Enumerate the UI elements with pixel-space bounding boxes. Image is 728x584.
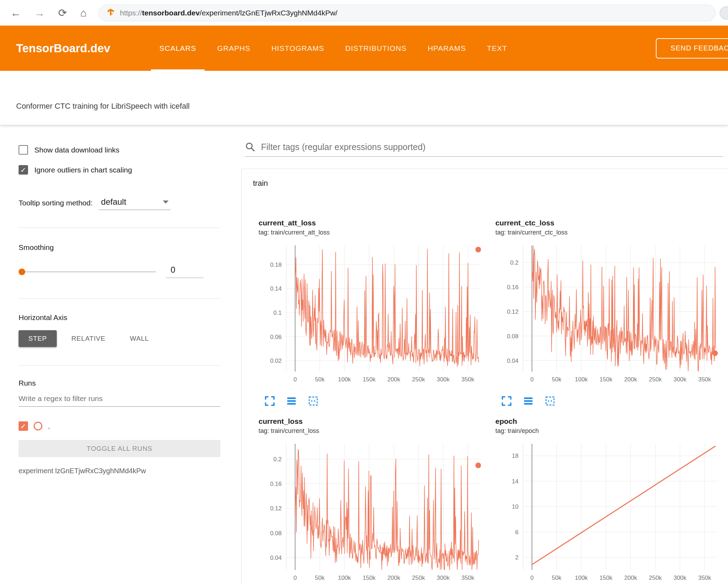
axis-step-button[interactable]: STEP [19, 330, 57, 347]
svg-text:100k: 100k [575, 376, 588, 383]
reload-icon[interactable]: ⟳ [58, 8, 67, 18]
svg-text:350k: 350k [461, 575, 474, 581]
svg-text:250k: 250k [649, 376, 662, 383]
svg-text:18: 18 [512, 453, 518, 459]
svg-text:0.08: 0.08 [507, 333, 518, 340]
address-bar[interactable]: https://tensorboard.dev/experiment/lzGnE… [98, 5, 716, 21]
svg-text:2: 2 [515, 554, 518, 561]
svg-text:100k: 100k [338, 575, 351, 581]
fullscreen-icon[interactable] [501, 395, 512, 407]
svg-text:0.06: 0.06 [270, 334, 282, 340]
avatar[interactable] [720, 6, 728, 20]
svg-text:150k: 150k [363, 376, 376, 383]
brand-logo: TensorBoard.dev [0, 26, 110, 71]
fullscreen-icon[interactable] [264, 395, 275, 407]
chart-canvas[interactable]: 26101418050k100k150k200k250k300k350k [490, 441, 721, 584]
chart-canvas[interactable]: 0.040.080.120.160.2050k100k150k200k250k3… [253, 441, 484, 584]
tab-histograms[interactable]: HISTOGRAMS [261, 26, 335, 71]
data-table-glyph [523, 395, 534, 407]
back-icon[interactable]: ← [11, 8, 21, 18]
ignore-outliers-label: Ignore outliers in chart scaling [34, 166, 132, 174]
tab-distributions[interactable]: DISTRIBUTIONS [335, 26, 417, 71]
axis-relative-button[interactable]: RELATIVE [62, 330, 115, 347]
svg-text:0.12: 0.12 [270, 505, 282, 512]
run-color-swatch[interactable] [34, 422, 42, 430]
svg-text:0.2: 0.2 [273, 456, 282, 463]
divider [19, 228, 220, 228]
divider [19, 365, 220, 366]
svg-text:0.08: 0.08 [270, 530, 282, 537]
svg-text:0.1: 0.1 [273, 310, 282, 316]
runs-filter-input[interactable] [19, 392, 220, 407]
data-table-icon[interactable] [523, 395, 534, 407]
svg-text:150k: 150k [599, 575, 612, 581]
divider [19, 298, 220, 299]
svg-text:350k: 350k [698, 575, 711, 581]
svg-text:300k: 300k [673, 376, 686, 383]
svg-text:50k: 50k [315, 376, 325, 383]
toggle-all-runs-button[interactable]: TOGGLE ALL RUNS [19, 440, 220, 457]
svg-text:50k: 50k [552, 575, 562, 581]
svg-text:0.12: 0.12 [507, 308, 518, 315]
svg-text:0: 0 [530, 575, 534, 581]
ignore-outliers-checkbox[interactable]: ✓ [19, 165, 28, 175]
filter-tags-input[interactable] [261, 142, 723, 152]
tab-hparams[interactable]: HPARAMS [417, 26, 476, 71]
chart-current-loss: current_loss tag: train/current_loss 0.0… [250, 417, 487, 584]
svg-text:0: 0 [530, 376, 534, 383]
smoothing-slider[interactable] [19, 268, 156, 275]
fit-domain-icon[interactable] [544, 395, 556, 407]
chart-title: current_loss [259, 417, 487, 426]
home-icon[interactable]: ⌂ [80, 8, 87, 18]
svg-text:150k: 150k [363, 575, 376, 581]
main-panel: train current_att_loss tag: train/curren… [241, 125, 728, 584]
svg-text:50k: 50k [315, 575, 325, 581]
show-download-checkbox[interactable] [19, 145, 28, 155]
ignore-outliers-row: ✓ Ignore outliers in chart scaling [19, 165, 220, 175]
tooltip-sorting-dropdown[interactable]: default [99, 196, 171, 210]
svg-text:0.2: 0.2 [510, 259, 518, 266]
fullscreen-glyph [501, 395, 512, 407]
url-path: /experiment/lzGnETjwRxC3yghNMd4kPw/ [200, 9, 337, 17]
chart-canvas[interactable]: 0.020.060.10.140.18050k100k150k200k250k3… [253, 243, 484, 391]
experiment-title: Conformer CTC training for LibriSpeech w… [16, 102, 190, 111]
svg-text:0.14: 0.14 [270, 285, 282, 292]
smoothing-value-field[interactable]: 0 [166, 265, 204, 278]
url-text: https://tensorboard.dev/experiment/lzGnE… [120, 9, 337, 17]
fit-domain-icon[interactable] [308, 395, 319, 407]
svg-text:0.04: 0.04 [270, 555, 282, 561]
chart-tag: tag: train/current_ctc_loss [495, 229, 724, 236]
section-title-train[interactable]: train [253, 179, 728, 188]
slider-track [19, 271, 156, 272]
chevron-down-icon [163, 201, 169, 204]
show-download-label: Show data download links [34, 146, 119, 154]
smoothing-label: Smoothing [19, 243, 220, 252]
svg-text:6: 6 [515, 529, 518, 536]
chart-tag: tag: train/epoch [495, 427, 724, 435]
svg-text:350k: 350k [461, 376, 474, 383]
run-checkbox[interactable]: ✓ [19, 421, 28, 431]
horizontal-axis-buttons: STEP RELATIVE WALL [19, 330, 220, 347]
chart-canvas[interactable]: 0.040.080.120.160.2050k100k150k200k250k3… [490, 243, 721, 391]
tab-graphs[interactable]: GRAPHS [207, 26, 261, 71]
send-feedback-button[interactable]: SEND FEEDBACK [656, 38, 728, 59]
chart-tag: tag: train/current_loss [259, 427, 487, 435]
show-download-row: Show data download links [19, 145, 220, 155]
tensorboard-favicon [107, 8, 115, 18]
run-name: . [48, 422, 50, 430]
main-nav: SCALARS GRAPHS HISTOGRAMS DISTRIBUTIONS … [149, 26, 518, 71]
axis-wall-button[interactable]: WALL [120, 330, 159, 347]
svg-text:200k: 200k [387, 575, 400, 581]
chart-toolbar [501, 395, 724, 407]
browser-toolbar: ← → ⟳ ⌂ https://tensorboard.dev/experime… [0, 0, 728, 26]
chart-toolbar [264, 395, 487, 407]
url-domain: tensorboard.dev [142, 9, 200, 17]
svg-text:300k: 300k [437, 575, 449, 581]
tab-text[interactable]: TEXT [476, 26, 518, 71]
smoothing-row: 0 [19, 265, 220, 278]
slider-thumb[interactable] [19, 269, 25, 275]
data-table-icon[interactable] [286, 395, 297, 407]
svg-text:10: 10 [512, 503, 518, 510]
tab-scalars[interactable]: SCALARS [149, 26, 207, 71]
forward-icon[interactable]: → [34, 8, 45, 18]
